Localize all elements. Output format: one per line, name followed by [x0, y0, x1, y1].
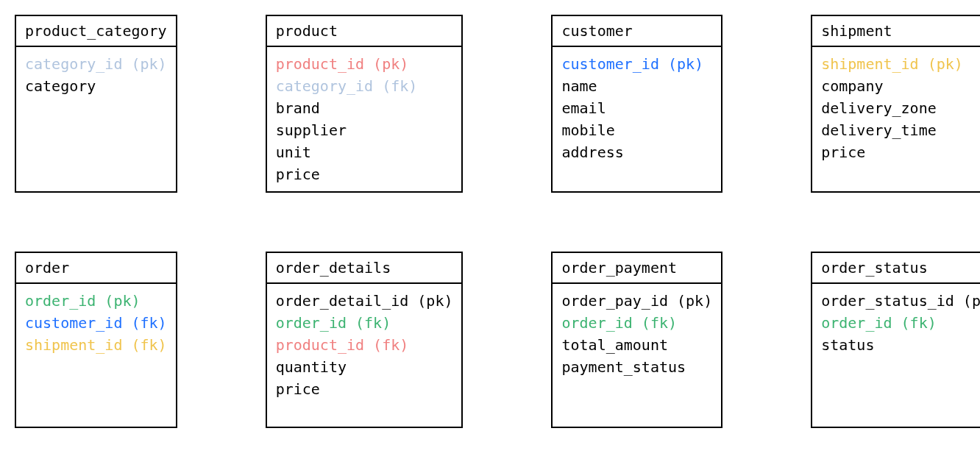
entity-product: product product_id (pk) category_id (fk)…: [266, 15, 464, 193]
field: mobile: [561, 119, 712, 141]
field: company: [821, 75, 980, 97]
field: order_id (fk): [561, 312, 712, 334]
field: price: [276, 163, 453, 185]
entity-shipment: shipment shipment_id (pk) company delive…: [811, 15, 980, 193]
field: status: [821, 334, 980, 356]
entity-fields: order_id (pk) customer_id (fk) shipment_…: [16, 284, 176, 427]
er-diagram: product_category category_id (pk) catego…: [15, 15, 965, 428]
field: customer_id (pk): [561, 53, 712, 75]
entity-fields: order_detail_id (pk) order_id (fk) produ…: [267, 284, 462, 427]
field: shipment_id (pk): [821, 53, 980, 75]
field: product_id (pk): [276, 53, 453, 75]
field: customer_id (fk): [25, 312, 167, 334]
entity-title: customer: [553, 16, 721, 47]
entity-title: shipment: [812, 16, 980, 47]
entity-fields: order_pay_id (pk) order_id (fk) total_am…: [553, 284, 721, 427]
field: order_detail_id (pk): [276, 290, 453, 312]
entity-fields: shipment_id (pk) company delivery_zone d…: [812, 47, 980, 191]
field: supplier: [276, 119, 453, 141]
entity-order-details: order_details order_detail_id (pk) order…: [266, 252, 464, 428]
entity-product-category: product_category category_id (pk) catego…: [15, 15, 177, 193]
entity-order-status: order_status order_status_id (pk) order_…: [811, 252, 980, 428]
entity-title: order: [16, 253, 176, 284]
field: delivery_zone: [821, 97, 980, 119]
field: category_id (fk): [276, 75, 453, 97]
entity-order: order order_id (pk) customer_id (fk) shi…: [15, 252, 177, 428]
field: name: [561, 75, 712, 97]
entity-order-payment: order_payment order_pay_id (pk) order_id…: [551, 252, 722, 428]
entity-fields: category_id (pk) category: [16, 47, 176, 191]
entity-fields: order_status_id (pk) order_id (fk) statu…: [812, 284, 980, 427]
field: price: [276, 378, 453, 400]
field: product_id (fk): [276, 334, 453, 356]
field: category_id (pk): [25, 53, 167, 75]
entity-customer: customer customer_id (pk) name email mob…: [551, 15, 722, 193]
field: order_id (fk): [276, 312, 453, 334]
field: category: [25, 75, 167, 97]
field: total_amount: [561, 334, 712, 356]
field: shipment_id (fk): [25, 334, 167, 356]
entity-fields: customer_id (pk) name email mobile addre…: [553, 47, 721, 191]
field: address: [561, 141, 712, 163]
field: quantity: [276, 356, 453, 378]
entity-title: order_status: [812, 253, 980, 284]
field: email: [561, 97, 712, 119]
entity-fields: product_id (pk) category_id (fk) brand s…: [267, 47, 462, 191]
entity-title: order_details: [267, 253, 462, 284]
field: payment_status: [561, 356, 712, 378]
field: unit: [276, 141, 453, 163]
entity-title: order_payment: [553, 253, 721, 284]
entity-title: product: [267, 16, 462, 47]
field: order_id (fk): [821, 312, 980, 334]
field: price: [821, 141, 980, 163]
field: brand: [276, 97, 453, 119]
field: order_status_id (pk): [821, 290, 980, 312]
field: delivery_time: [821, 119, 980, 141]
entity-title: product_category: [16, 16, 176, 47]
field: order_id (pk): [25, 290, 167, 312]
field: order_pay_id (pk): [561, 290, 712, 312]
